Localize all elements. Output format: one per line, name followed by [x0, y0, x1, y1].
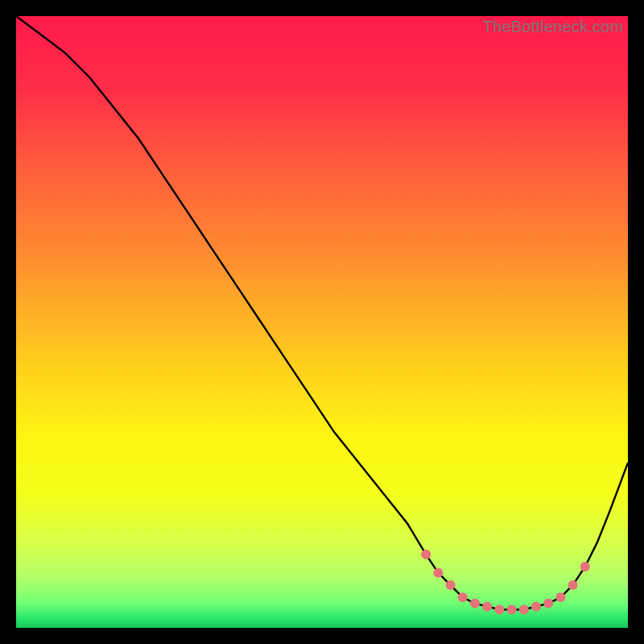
curve-marker — [555, 592, 565, 602]
curve-marker — [494, 605, 504, 614]
curve-marker — [531, 601, 541, 611]
gradient-background — [16, 16, 628, 628]
bottleneck-plot — [16, 16, 628, 628]
chart-frame: TheBottleneck.com — [16, 16, 628, 628]
curve-marker — [482, 601, 492, 611]
curve-marker — [433, 568, 443, 578]
curve-marker — [458, 592, 468, 602]
curve-marker — [507, 605, 517, 614]
curve-marker — [543, 599, 553, 609]
curve-marker — [519, 605, 529, 614]
curve-marker — [568, 580, 578, 590]
curve-marker — [421, 550, 431, 559]
curve-marker — [580, 562, 590, 572]
watermark-text: TheBottleneck.com — [482, 18, 623, 36]
curve-marker — [446, 580, 456, 590]
curve-marker — [470, 599, 480, 609]
